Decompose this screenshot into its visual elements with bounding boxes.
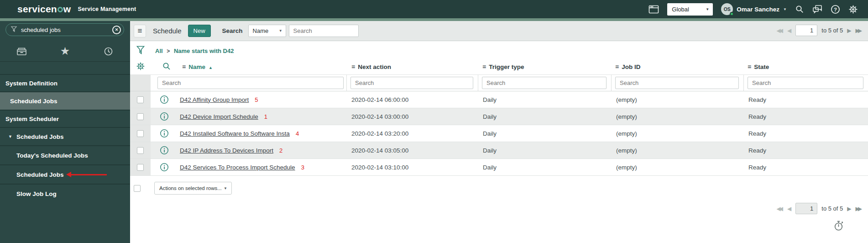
nav-label: Scheduled Jobs xyxy=(10,98,58,105)
breadcrumb-separator: > xyxy=(167,48,170,54)
new-button[interactable]: New xyxy=(188,25,211,37)
previous-page-icon[interactable]: ◀ xyxy=(787,206,791,211)
last-page-icon[interactable]: ▶▶ xyxy=(856,28,862,33)
column-header-name[interactable]: ≡Name▲ xyxy=(182,63,213,70)
nav-item-slow-job-log[interactable]: Slow Job Log xyxy=(0,184,130,203)
pagination-bottom-wrap: ◀◀ ◀ to 5 of 5 ▶ ▶▶ xyxy=(130,203,868,214)
search-field-select[interactable]: Name ▼ xyxy=(248,25,286,37)
list-content: ≡ Schedule New Search Name ▼ ◀◀ ◀ to 5 o… xyxy=(130,21,868,243)
next-action-filter-input[interactable] xyxy=(350,77,473,89)
logo-text-left: servicen xyxy=(17,4,57,15)
nav-label: Today's Scheduled Jobs xyxy=(16,152,88,159)
breadcrumb-all-link[interactable]: All xyxy=(155,48,163,54)
filter-funnel-icon[interactable] xyxy=(136,45,145,57)
annotation-number: 1 xyxy=(264,113,267,120)
annotation-arrow xyxy=(71,174,107,175)
list-context-menu-button[interactable]: ≡ xyxy=(134,25,146,37)
first-page-icon[interactable]: ◀◀ xyxy=(777,206,783,211)
column-header-job-id[interactable]: ≡Job ID xyxy=(615,63,640,70)
job-id-cell: (empty) xyxy=(612,164,744,171)
gear-icon[interactable] xyxy=(848,5,858,14)
row-range-label: to 5 of 5 xyxy=(821,205,843,212)
info-preview-icon[interactable] xyxy=(160,112,169,121)
state-cell: Ready xyxy=(744,96,868,103)
select-all-checkbox[interactable] xyxy=(134,185,141,192)
trigger-type-filter-input[interactable] xyxy=(482,77,607,89)
chevron-down-icon: ▼ xyxy=(279,29,282,33)
job-id-cell: (empty) xyxy=(612,147,744,154)
column-search-icon[interactable] xyxy=(162,62,171,73)
record-link[interactable]: D42 IP Address To Devices Import xyxy=(180,147,273,154)
pagination-bottom: ◀◀ ◀ to 5 of 5 ▶ ▶▶ xyxy=(777,203,862,214)
annotation-number: 3 xyxy=(301,164,304,171)
column-header-next-action[interactable]: ≡Next action xyxy=(351,63,391,70)
tab-favorites[interactable]: ★ xyxy=(43,41,87,61)
avatar: OS xyxy=(721,3,733,15)
filter-funnel-icon xyxy=(10,26,17,34)
column-header-state[interactable]: ≡State xyxy=(748,63,769,70)
column-menu-icon: ≡ xyxy=(615,63,619,70)
next-page-icon[interactable]: ▶ xyxy=(847,206,851,211)
nav-item-scheduled-jobs-definition[interactable]: Scheduled Jobs xyxy=(0,91,130,110)
last-page-icon[interactable]: ▶▶ xyxy=(856,206,862,211)
nav-section-system-scheduler[interactable]: System Scheduler xyxy=(0,110,130,127)
name-filter-input[interactable] xyxy=(157,77,344,89)
trigger-type-cell: Daily xyxy=(478,164,612,171)
table-row: D42 IP Address To Devices Import2 2020-0… xyxy=(130,142,868,159)
hamburger-icon: ≡ xyxy=(138,27,142,35)
next-page-icon[interactable]: ▶ xyxy=(847,28,851,33)
info-preview-icon[interactable] xyxy=(160,95,169,104)
global-search-icon[interactable] xyxy=(795,5,804,14)
response-time-stopwatch-icon[interactable] xyxy=(833,220,844,233)
column-label: Name xyxy=(188,63,205,70)
column-label: Trigger type xyxy=(489,63,524,70)
nav-label: Slow Job Log xyxy=(16,190,57,197)
clear-filter-icon[interactable]: ✕ xyxy=(112,26,121,34)
record-link[interactable]: D42 Services To Process Import Schedule xyxy=(180,164,295,171)
personalize-list-gear-icon[interactable] xyxy=(136,62,145,73)
row-checkbox[interactable] xyxy=(137,130,144,137)
first-page-icon[interactable]: ◀◀ xyxy=(777,28,783,33)
info-preview-icon[interactable] xyxy=(160,129,169,138)
nav-item-scheduled-jobs[interactable]: Scheduled Jobs xyxy=(0,164,130,184)
connect-chat-icon[interactable] xyxy=(812,5,822,14)
record-link[interactable]: D42 Affinity Group Import xyxy=(180,96,249,103)
tab-history[interactable] xyxy=(87,41,130,61)
previous-page-icon[interactable]: ◀ xyxy=(787,28,791,33)
application-scope-select[interactable]: Global ▼ xyxy=(667,3,713,16)
info-preview-icon[interactable] xyxy=(160,163,169,172)
nav-group-scheduled-jobs[interactable]: ▼Scheduled Jobs xyxy=(0,127,130,145)
annotation-number: 5 xyxy=(255,96,258,103)
split-window-icon[interactable] xyxy=(648,5,659,14)
help-icon[interactable]: ? xyxy=(831,5,840,14)
page-number-input[interactable] xyxy=(795,203,817,214)
breadcrumb-filter-link[interactable]: Name starts with D42 xyxy=(174,48,234,54)
column-header-row: ≡Name▲ ≡Next action ≡Trigger type ≡Job I… xyxy=(130,61,868,74)
record-link[interactable]: D42 Device Import Schedule xyxy=(180,113,258,120)
user-menu[interactable]: OS Omar Sanchez ▼ xyxy=(721,3,787,15)
user-name: Omar Sanchez xyxy=(737,6,779,13)
trigger-type-cell: Daily xyxy=(478,147,612,154)
info-preview-icon[interactable] xyxy=(160,146,169,155)
nav-section-system-definition[interactable]: System Definition xyxy=(0,74,130,91)
product-name: Service Management xyxy=(78,6,136,12)
state-filter-input[interactable] xyxy=(748,77,863,89)
row-checkbox[interactable] xyxy=(137,164,144,171)
navigator-tabs: ★ xyxy=(0,41,130,62)
job-id-filter-input[interactable] xyxy=(615,77,739,89)
row-checkbox[interactable] xyxy=(137,113,144,120)
column-header-trigger-type[interactable]: ≡Trigger type xyxy=(482,63,524,70)
nav-item-todays-scheduled-jobs[interactable]: Today's Scheduled Jobs xyxy=(0,145,130,164)
column-label: Next action xyxy=(358,63,391,70)
list-search-input[interactable] xyxy=(289,25,359,37)
navigator-filter-input[interactable] xyxy=(21,26,112,33)
record-link[interactable]: D42 Installed Software to Software Insta xyxy=(180,130,290,137)
sort-ascending-icon: ▲ xyxy=(209,65,213,70)
actions-dropdown[interactable]: Actions on selected rows... ▼ xyxy=(154,182,232,195)
row-checkbox[interactable] xyxy=(137,96,144,103)
tab-all-applications[interactable] xyxy=(0,41,43,61)
star-icon: ★ xyxy=(60,46,70,57)
page-number-input[interactable] xyxy=(795,25,817,36)
row-checkbox[interactable] xyxy=(137,147,144,154)
state-cell: Ready xyxy=(744,130,868,137)
